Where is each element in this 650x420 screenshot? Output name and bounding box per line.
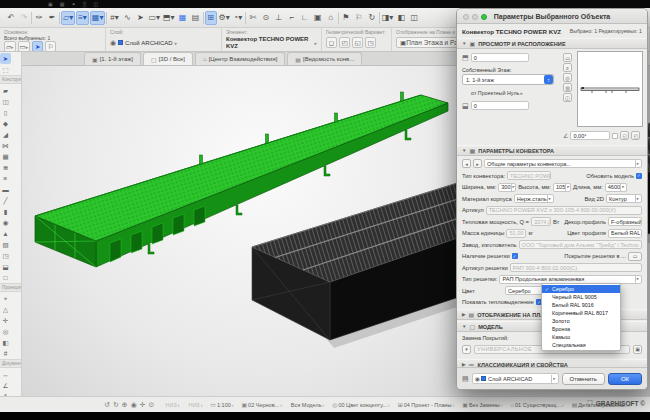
orbit-icon[interactable]: ↺ <box>104 401 110 409</box>
disclosure-triangle-icon[interactable]: ▼ <box>462 324 466 329</box>
datum-selector[interactable]: от Проектный Нуль▸ <box>471 90 523 96</box>
override-options-button[interactable]: ▣ <box>633 345 642 354</box>
home-story-icon[interactable]: ⌂ <box>325 11 337 25</box>
mesh-tool[interactable]: ▲ <box>0 228 11 239</box>
status-layer-combination[interactable]: НИЗ › <box>187 401 202 408</box>
zoom-icon[interactable]: ⊕ <box>122 401 128 409</box>
grille-checkbox[interactable]: ✓ <box>512 253 518 259</box>
element-name[interactable]: Конвектор TECHNO POWER KVZ <box>226 36 312 49</box>
magnify-icon[interactable]: ⊙ <box>149 401 155 409</box>
grid-display-icon[interactable]: ▤ <box>190 11 202 25</box>
timer-icon[interactable]: ◔▾ <box>232 11 244 25</box>
status-pen-set-2[interactable]: ▣ 02 Чернов... › <box>241 401 281 408</box>
view2d-field[interactable]: Контур▸ <box>606 194 642 203</box>
railing-tool[interactable]: ≡ <box>0 173 11 184</box>
popup-arrows-icon[interactable]: ↕ <box>544 75 553 84</box>
disclosure-triangle-icon[interactable]: ▶ <box>462 312 465 317</box>
wall-tool[interactable]: ▰ <box>0 85 11 96</box>
color-option-white[interactable]: Белый RAL 9016 <box>542 301 620 309</box>
element-default-button[interactable]: ≡▾ <box>76 11 89 25</box>
cancel-button[interactable]: Отменить <box>562 373 605 385</box>
split-icon[interactable]: ✄ <box>247 11 259 25</box>
tab-interaction-center[interactable]: ⌂ [Центр Взаимодействия] <box>195 52 285 65</box>
next-page-button[interactable]: ▸ <box>473 159 482 168</box>
decor-field[interactable]: F-образный▸ <box>608 217 642 226</box>
window-icon[interactable]: ❐ <box>587 399 593 407</box>
prev-page-button[interactable]: ◂ <box>462 159 471 168</box>
settings-icon[interactable]: ⚙▾ <box>218 11 231 25</box>
stair-tool[interactable]: ≣ <box>0 162 11 173</box>
beam-tool[interactable]: ╱ <box>0 195 11 206</box>
own-story-popup[interactable]: 1. 1-й этаж ↕ <box>462 74 554 85</box>
dimension-tool[interactable]: ↔ <box>0 369 11 380</box>
marquee-tool[interactable]: ⬚ <box>0 64 11 75</box>
disclosure-triangle-icon[interactable]: ▼ <box>462 148 466 153</box>
coating-button[interactable]: ▭ <box>628 252 642 261</box>
geometry-variant-3[interactable]: ◱ <box>352 37 363 48</box>
separator[interactable] <box>379 12 380 24</box>
length-field[interactable]: 4600▸ <box>605 183 627 192</box>
redo-icon[interactable]: ↷ <box>18 11 30 25</box>
arrow-tool[interactable]: ➤ <box>0 53 11 64</box>
window-tool[interactable]: ▯ <box>0 107 11 118</box>
mirror-checkbox[interactable] <box>612 133 618 139</box>
separator[interactable] <box>203 12 204 24</box>
grid-snap-icon[interactable]: #▾ <box>108 11 120 25</box>
separator[interactable] <box>106 12 107 24</box>
cursor-icon[interactable]: ➤ <box>134 11 146 25</box>
preview-axo-icon[interactable]: ▥ <box>563 83 572 92</box>
look-to-icon[interactable]: ◉ <box>131 401 137 409</box>
angle-dimension-tool[interactable]: ∠ <box>0 380 11 391</box>
walk-icon[interactable]: ✛ <box>140 401 146 409</box>
status-pen-set[interactable]: НИЗ › <box>164 401 179 408</box>
height-field[interactable]: 105▸ <box>553 183 571 192</box>
disclosure-triangle-icon[interactable]: ▼ <box>462 41 466 46</box>
preview-plan-icon[interactable]: ▭ <box>563 53 572 62</box>
snap-grid-toggle[interactable]: ⊞ <box>205 11 217 25</box>
flag-on-icon[interactable]: ⚑ <box>340 11 352 25</box>
lamp-tool[interactable]: ◉ <box>0 217 11 228</box>
object-tool[interactable]: ◆ <box>0 118 11 129</box>
undo-icon[interactable]: ↶ <box>5 11 17 25</box>
section-preview-position[interactable]: ▼ ▣ ПРОСМОТР И РАСПОЛОЖЕНИЕ <box>457 38 647 49</box>
morph-tool[interactable]: ◳ <box>0 250 11 261</box>
section-tool[interactable]: ⌖ <box>0 293 11 304</box>
elevation-tool[interactable]: △ <box>0 304 11 315</box>
layer-name[interactable]: Слой ARCHICAD <box>125 40 173 46</box>
column-tool[interactable]: ▮ <box>0 206 11 217</box>
tab-schedule[interactable]: ▤ [Ведомость конв... <box>287 52 362 65</box>
opening-tool[interactable]: ⬓ <box>0 261 11 272</box>
color-option-gold[interactable]: Золото <box>542 317 620 325</box>
zoom-window-icon[interactable] <box>481 14 487 20</box>
guide-line-icon[interactable]: ∿ <box>121 11 133 25</box>
status-model-view-options[interactable]: ⊞ 04 Проект - Планы › <box>398 401 455 408</box>
zoom-tool-icon[interactable]: ⊙ <box>260 11 272 25</box>
trim-icon[interactable]: ⌐ <box>286 11 298 25</box>
preview-section-icon[interactable]: ≡ <box>563 63 572 72</box>
arrow-mode-button[interactable]: ➤ <box>32 41 43 52</box>
3d-document-tool[interactable]: ◎ <box>0 326 11 337</box>
interior-elevation-tool[interactable]: ◧ <box>0 337 11 348</box>
toolbox-section-document[interactable]: Документирование <box>0 359 22 368</box>
worksheet-tool[interactable]: # <box>0 348 11 359</box>
dialog-titlebar[interactable]: Параметры Выбранного Объекта <box>457 9 647 24</box>
mirror-icon[interactable]: ◨▾ <box>381 11 395 25</box>
profile-color-field[interactable]: Белый RAL 901▸ <box>608 229 642 238</box>
wall-end-tool[interactable]: □ <box>0 272 11 283</box>
chevron-right-icon[interactable]: ▸ <box>314 40 317 46</box>
preview-3d-icon[interactable]: ◎ <box>563 73 572 82</box>
zone-tool[interactable]: ▧ <box>0 239 11 250</box>
camera-tool[interactable]: ✛ <box>0 315 11 326</box>
flag-off-icon[interactable]: ⚐ <box>353 11 365 25</box>
curtain-wall-tool[interactable]: ▦ <box>0 151 11 162</box>
color-option-reed[interactable]: Камыш <box>542 333 620 341</box>
roof-tool[interactable]: ◢ <box>0 129 11 140</box>
parameter-page-combo[interactable]: Общие параметры конвектора...▸ <box>484 159 642 168</box>
color-option-special[interactable]: Специальная <box>542 341 620 349</box>
intersect-icon[interactable]: ▣ <box>312 11 324 25</box>
separator[interactable] <box>245 12 246 24</box>
wall-default-button[interactable]: ▱▾ <box>61 11 75 25</box>
mirror-x-button[interactable]: ◱ <box>620 131 629 140</box>
color-option-black[interactable]: Черный RAL 9005 <box>542 293 620 301</box>
slab-tool[interactable]: ▬ <box>0 184 11 195</box>
